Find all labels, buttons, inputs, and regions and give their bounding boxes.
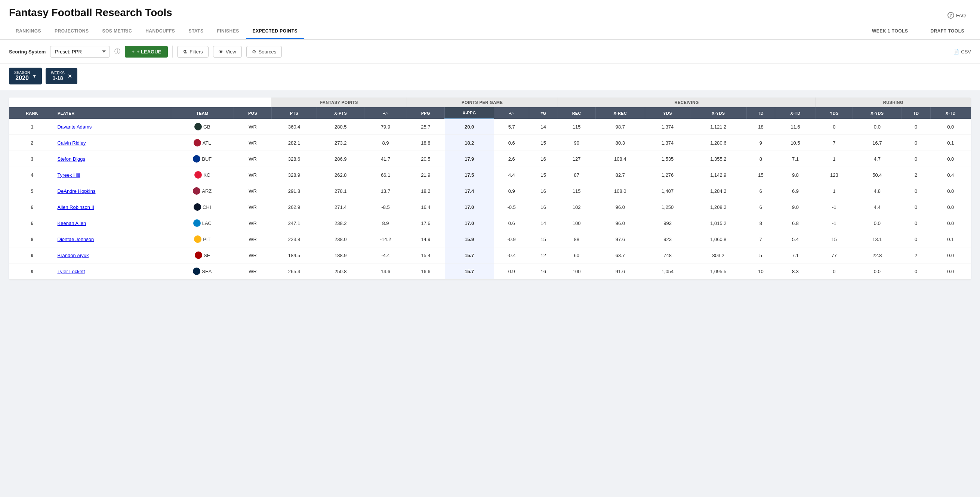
player-link[interactable]: Diontae Johnson xyxy=(57,237,94,242)
season-value: 2020 xyxy=(14,75,30,81)
cell-pts: 184.5 xyxy=(271,248,317,264)
cell-xppg: 20.0 xyxy=(445,119,494,135)
team-icon xyxy=(194,203,201,211)
cell-pos: WR xyxy=(234,135,272,151)
cell-ppg: 18.8 xyxy=(407,135,444,151)
player-link[interactable]: Tyler Lockett xyxy=(57,269,85,274)
weeks-button[interactable]: WEEKS 1-18 ✕ xyxy=(46,68,77,84)
cell-ppg: 17.6 xyxy=(407,215,444,231)
cell-rec: 115 xyxy=(558,119,595,135)
cell-player: Calvin Ridley xyxy=(55,135,171,151)
cell-xyds: 1,015.2 xyxy=(690,215,746,231)
cell-xppg: 17.0 xyxy=(445,199,494,215)
nav-finishes[interactable]: FINISHES xyxy=(210,24,245,39)
cell-ppg: 16.6 xyxy=(407,264,444,279)
team-icon xyxy=(193,268,200,275)
player-link[interactable]: Keenan Allen xyxy=(57,221,86,226)
cell-pos: WR xyxy=(234,119,272,135)
cell-pts-diff: 14.6 xyxy=(364,264,407,279)
col-yds: YDS xyxy=(645,107,690,119)
league-button[interactable]: + + LEAGUE xyxy=(125,46,168,57)
sources-button[interactable]: ⚙ Sources xyxy=(246,46,282,57)
player-link[interactable]: Calvin Ridley xyxy=(57,140,86,146)
cell-pos: WR xyxy=(234,231,272,248)
player-link[interactable]: Brandon Aiyuk xyxy=(57,252,89,258)
cell-ppg-diff: 0.6 xyxy=(494,215,529,231)
cell-rush-yds: 77 xyxy=(816,248,853,264)
player-link[interactable]: Davante Adams xyxy=(57,124,92,130)
nav-sos-metric[interactable]: SOS METRIC xyxy=(96,24,139,39)
cell-rush-xtd: 0.0 xyxy=(930,119,970,135)
scoring-system-label: Scoring System xyxy=(9,49,46,54)
col-td: TD xyxy=(746,107,775,119)
col-rec: REC xyxy=(558,107,595,119)
col-group-row: FANTASY POINTS POINTS PER GAME RECEIVING… xyxy=(9,97,971,107)
cell-pts-diff: 8.9 xyxy=(364,135,407,151)
weeks-label: WEEKS xyxy=(51,71,65,75)
nav-draft-tools[interactable]: DRAFT TOOLS xyxy=(924,24,971,39)
team-abbr: SEA xyxy=(202,269,212,274)
cell-rank: 9 xyxy=(9,248,55,264)
cell-xyds: 1,142.9 xyxy=(690,167,746,183)
nav-handcuffs[interactable]: HANDCUFFS xyxy=(138,24,181,39)
cell-rush-xtd: 0.4 xyxy=(930,167,970,183)
scoring-system-select[interactable]: Preset: PPR Standard Half PPR xyxy=(50,46,110,57)
close-icon[interactable]: ✕ xyxy=(68,73,72,79)
cell-ppg: 25.7 xyxy=(407,119,444,135)
cell-ppg: 18.2 xyxy=(407,183,444,199)
player-link[interactable]: Allen Robinson II xyxy=(57,205,94,210)
view-button[interactable]: 👁 View xyxy=(213,46,242,57)
cell-yds: 923 xyxy=(645,231,690,248)
main-content: FANTASY POINTS POINTS PER GAME RECEIVING… xyxy=(0,90,980,287)
col-pts-diff: +/- xyxy=(364,107,407,119)
cell-xrec: 97.6 xyxy=(595,231,645,248)
cell-xrec: 98.7 xyxy=(595,119,645,135)
nav-week1-tools[interactable]: WEEK 1 TOOLS xyxy=(865,24,915,39)
season-button[interactable]: SEASON 2020 ▼ xyxy=(9,68,42,84)
col-games: #G xyxy=(529,107,558,119)
nav-rankings[interactable]: RANKINGS xyxy=(9,24,48,39)
nav-projections[interactable]: PROJECTIONS xyxy=(48,24,96,39)
cell-xppg: 17.0 xyxy=(445,215,494,231)
filter-icon: ⚗ xyxy=(183,49,187,54)
cell-pos: WR xyxy=(234,183,272,199)
cell-rush-xtd: 0.0 xyxy=(930,151,970,167)
cell-xppg: 15.7 xyxy=(445,264,494,279)
nav-right: WEEK 1 TOOLS DRAFT TOOLS xyxy=(865,24,971,39)
cell-rank: 1 xyxy=(9,119,55,135)
cell-xyds: 1,095.5 xyxy=(690,264,746,279)
cell-ppg: 15.4 xyxy=(407,248,444,264)
nav-expected-points[interactable]: EXPECTED POINTS xyxy=(246,24,304,39)
col-rank: RANK xyxy=(9,107,55,119)
player-link[interactable]: Stefon Diggs xyxy=(57,156,85,162)
cell-yds: 1,054 xyxy=(645,264,690,279)
cell-xrec: 80.3 xyxy=(595,135,645,151)
nav-stats[interactable]: STATS xyxy=(181,24,210,39)
eye-icon: 👁 xyxy=(219,49,224,54)
csv-button[interactable]: 📄 CSV xyxy=(953,49,971,54)
filters-label: Filters xyxy=(189,49,202,54)
filters-button[interactable]: ⚗ Filters xyxy=(177,46,208,57)
cell-pts: 328.9 xyxy=(271,167,317,183)
faq-button[interactable]: ? FAQ xyxy=(942,10,971,21)
cell-xyds: 1,355.2 xyxy=(690,151,746,167)
cell-rush-xtd: 0.0 xyxy=(930,264,970,279)
table-row: 3 Stefon Diggs BUF WR 328.6 286.9 41.7 2… xyxy=(9,151,971,167)
player-link[interactable]: Tyreek Hill xyxy=(57,172,80,178)
cell-ppg-diff: 0.9 xyxy=(494,183,529,199)
col-xrec: X-REC xyxy=(595,107,645,119)
cell-team: GB xyxy=(171,119,234,135)
cell-player: DeAndre Hopkins xyxy=(55,183,171,199)
team-abbr: CHI xyxy=(202,205,211,210)
cell-player: Stefon Diggs xyxy=(55,151,171,167)
cell-rush-xtd: 0.0 xyxy=(930,183,970,199)
question-icon: ? xyxy=(948,12,954,19)
info-button[interactable]: ⓘ xyxy=(115,48,120,56)
player-link[interactable]: DeAndre Hopkins xyxy=(57,188,96,194)
team-abbr: LAC xyxy=(202,221,212,226)
cell-yds: 1,276 xyxy=(645,167,690,183)
cell-rush-xtd: 0.1 xyxy=(930,231,970,248)
cell-team: ARZ xyxy=(171,183,234,199)
col-team: TEAM xyxy=(171,107,234,119)
cell-xtd: 8.3 xyxy=(775,264,816,279)
